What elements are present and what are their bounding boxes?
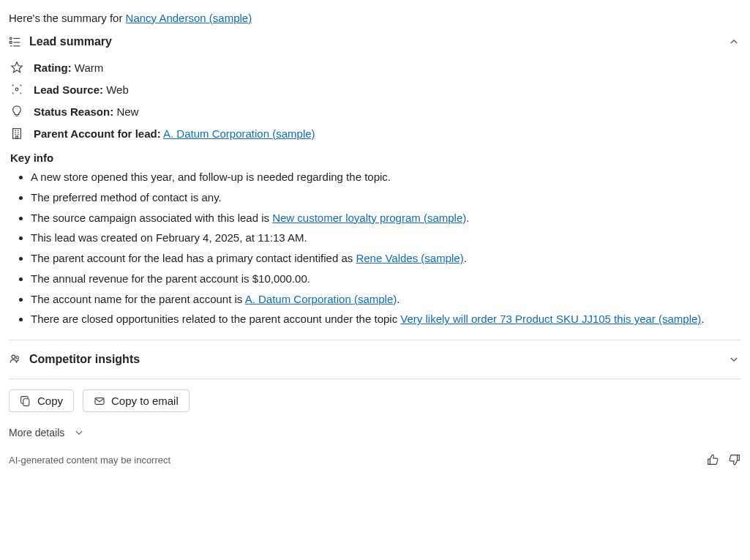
svg-rect-20 [95, 397, 104, 404]
star-icon [10, 61, 23, 74]
divider [9, 378, 741, 379]
more-details-toggle[interactable]: More details [9, 421, 86, 453]
svg-rect-2 [10, 42, 12, 44]
intro-text: Here's the summary for Nancy Anderson (s… [9, 12, 741, 24]
account-link[interactable]: A. Datum Corporation (sample) [245, 293, 397, 305]
svg-rect-9 [13, 129, 21, 139]
footer-note: AI-generated content may be incorrect [9, 455, 170, 466]
thumbs-down-icon[interactable] [728, 453, 741, 466]
campaign-link[interactable]: New customer loyalty program (sample) [272, 212, 466, 224]
lead-summary-title: Lead summary [29, 35, 112, 48]
chevron-up-icon[interactable] [727, 34, 741, 49]
svg-point-0 [10, 37, 12, 40]
more-details-label: More details [9, 427, 64, 438]
mail-icon [94, 395, 105, 407]
copy-to-email-button[interactable]: Copy to email [83, 389, 190, 412]
list-item: The annual revenue for the parent accoun… [31, 269, 741, 289]
svg-point-17 [12, 355, 15, 359]
list-item: There are closed opportunities related t… [31, 309, 741, 329]
svg-rect-19 [23, 398, 29, 406]
contact-link[interactable]: Rene Valdes (sample) [356, 252, 463, 264]
copy-icon [20, 395, 31, 407]
copy-email-label: Copy to email [111, 395, 179, 407]
rating-value: Warm [75, 61, 103, 74]
list-item: The account name for the parent account … [31, 289, 741, 310]
field-parent: Parent Account for lead: A. Datum Corpor… [9, 122, 741, 144]
copy-label: Copy [37, 395, 63, 407]
rating-label: Rating: [34, 61, 72, 74]
actions-row: Copy Copy to email [9, 381, 741, 421]
list-item: A new store opened this year, and follow… [31, 167, 741, 187]
keyinfo-title: Key info [10, 152, 741, 164]
chevron-down-icon [72, 425, 86, 440]
competitor-title: Competitor insights [29, 353, 140, 366]
thumbs-up-icon[interactable] [706, 453, 719, 466]
divider [9, 340, 741, 340]
list-item: The source campaign associated with this… [31, 208, 741, 228]
svg-marker-6 [12, 62, 22, 72]
footer: AI-generated content may be incorrect [9, 453, 741, 466]
source-value: Web [106, 83, 129, 96]
intro-link[interactable]: Nancy Anderson (sample) [126, 12, 252, 24]
building-icon [10, 127, 23, 140]
list-item: The parent account for the lead has a pr… [31, 248, 741, 269]
competitor-insights-header[interactable]: Competitor insights [9, 342, 741, 377]
people-icon [9, 353, 22, 366]
target-icon [10, 83, 23, 96]
status-value: New [116, 105, 138, 118]
svg-point-18 [16, 356, 19, 359]
field-status: Status Reason: New [9, 100, 741, 122]
svg-point-7 [15, 88, 18, 91]
source-label: Lead Source: [34, 83, 103, 96]
status-label: Status Reason: [34, 105, 113, 118]
opportunity-link[interactable]: Very likely will order 73 Product SKU JJ… [400, 313, 701, 325]
field-rating: Rating: Warm [9, 56, 741, 78]
parent-link[interactable]: A. Datum Corporation (sample) [163, 127, 315, 140]
list-item: This lead was created on February 4, 202… [31, 228, 741, 248]
copy-button[interactable]: Copy [9, 389, 74, 412]
svg-rect-16 [16, 136, 18, 138]
parent-label: Parent Account for lead: [34, 127, 161, 140]
intro-prefix: Here's the summary for [9, 12, 126, 24]
chevron-down-icon[interactable] [727, 352, 741, 367]
list-item: The preferred method of contact is any. [31, 187, 741, 208]
lead-summary-header[interactable]: Lead summary [9, 31, 741, 56]
field-source: Lead Source: Web [9, 78, 741, 100]
lightbulb-icon [10, 105, 23, 118]
keyinfo-list: A new store opened this year, and follow… [9, 167, 741, 329]
list-icon [9, 35, 22, 48]
